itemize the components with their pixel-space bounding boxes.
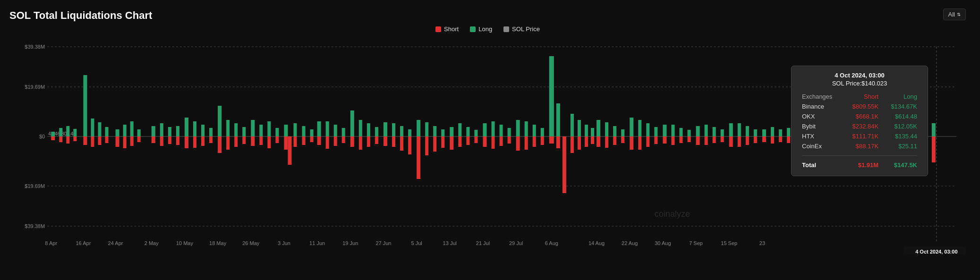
svg-rect-67 <box>98 122 101 136</box>
short-value: $668.1K <box>843 111 881 121</box>
exchange-name: Binance <box>799 102 843 111</box>
price-dot <box>503 26 509 32</box>
svg-rect-171 <box>680 128 683 136</box>
svg-rect-163 <box>638 120 641 136</box>
svg-rect-105 <box>310 129 314 136</box>
svg-rect-118 <box>375 136 378 144</box>
svg-rect-81 <box>176 126 179 136</box>
svg-rect-23 <box>251 120 255 136</box>
svg-rect-32 <box>383 122 387 136</box>
svg-text:10 May: 10 May <box>176 240 194 246</box>
svg-rect-53 <box>696 126 700 136</box>
svg-rect-117 <box>375 127 378 136</box>
svg-rect-187 <box>771 127 774 136</box>
svg-rect-48 <box>597 136 600 147</box>
svg-rect-126 <box>425 136 428 155</box>
svg-rect-85 <box>201 125 205 136</box>
svg-rect-47 <box>597 120 600 136</box>
svg-rect-63 <box>73 129 77 136</box>
svg-text:4 Oct 2024, 03:00: 4 Oct 2024, 03:00 <box>915 249 957 255</box>
svg-rect-51 <box>663 125 666 136</box>
svg-rect-36 <box>450 127 453 136</box>
long-value: $134.67K <box>881 102 920 111</box>
svg-rect-57 <box>762 129 766 136</box>
svg-rect-89 <box>226 120 230 136</box>
svg-rect-18 <box>152 136 155 143</box>
svg-rect-141 <box>508 128 511 136</box>
svg-text:15 Sep: 15 Sep <box>721 240 737 246</box>
long-value: $614.48 <box>881 111 920 121</box>
svg-text:8 Apr: 8 Apr <box>45 240 57 246</box>
svg-text:$0: $0 <box>39 134 45 139</box>
legend-short: Short <box>435 25 459 33</box>
col-short: Short <box>843 92 881 102</box>
svg-rect-74 <box>130 136 134 146</box>
svg-rect-58 <box>762 136 766 142</box>
svg-rect-25 <box>284 125 288 136</box>
col-long: Long <box>881 92 920 102</box>
tooltip-row: Binance $809.55K $134.67K <box>799 102 920 111</box>
svg-rect-62 <box>66 136 69 144</box>
svg-text:11 Jun: 11 Jun <box>309 240 325 246</box>
tooltip-table: Exchanges Short Long Binance $809.55K $1… <box>799 92 920 170</box>
svg-text:2 May: 2 May <box>145 240 159 246</box>
svg-text:14 Aug: 14 Aug <box>588 240 605 246</box>
svg-rect-95 <box>259 125 263 136</box>
svg-rect-116 <box>367 136 370 147</box>
svg-rect-94 <box>242 136 246 144</box>
svg-text:7 Sep: 7 Sep <box>689 240 703 246</box>
svg-rect-156 <box>591 136 594 144</box>
timeframe-selector[interactable]: All ⇅ <box>943 8 966 20</box>
svg-rect-106 <box>310 136 314 142</box>
svg-rect-167 <box>654 127 657 136</box>
legend-price-label: SOL Price <box>512 25 540 33</box>
total-long: $147.5K <box>881 160 920 170</box>
svg-rect-46 <box>562 136 566 193</box>
svg-rect-52 <box>663 136 666 144</box>
svg-rect-189 <box>779 129 782 136</box>
svg-rect-160 <box>613 136 616 145</box>
svg-rect-93 <box>242 127 246 136</box>
long-value: $25.11 <box>881 141 920 151</box>
svg-rect-149 <box>571 114 574 136</box>
svg-rect-96 <box>259 136 263 145</box>
svg-rect-132 <box>458 136 461 147</box>
legend-long-label: Long <box>478 25 492 33</box>
svg-rect-76 <box>137 136 141 142</box>
svg-rect-136 <box>474 136 477 143</box>
svg-text:18 May: 18 May <box>209 240 227 246</box>
svg-rect-140 <box>500 136 503 146</box>
svg-rect-154 <box>585 136 588 147</box>
svg-rect-179 <box>721 129 724 136</box>
svg-rect-17 <box>152 126 155 136</box>
svg-rect-131 <box>458 123 461 136</box>
chart-legend: Short Long SOL Price <box>9 25 966 33</box>
svg-rect-87 <box>209 128 213 136</box>
svg-rect-86 <box>201 136 205 146</box>
chevron-icon: ⇅ <box>957 12 961 17</box>
tooltip-row: OKX $668.1K $614.48 <box>799 111 920 121</box>
svg-text:$39.38M: $39.38M <box>25 44 45 50</box>
svg-rect-72 <box>123 136 127 148</box>
svg-rect-97 <box>267 121 271 136</box>
legend-short-label: Short <box>444 25 459 33</box>
svg-rect-150 <box>571 136 574 153</box>
svg-rect-92 <box>234 136 238 147</box>
svg-rect-168 <box>654 136 657 144</box>
svg-text:21 Jul: 21 Jul <box>476 240 490 246</box>
svg-rect-162 <box>621 136 624 143</box>
svg-rect-176 <box>705 136 708 145</box>
tooltip-total: Total $1.91M $147.5K <box>799 160 920 170</box>
svg-rect-135 <box>474 130 477 136</box>
svg-rect-181 <box>738 123 741 136</box>
svg-rect-161 <box>621 129 624 136</box>
svg-rect-11 <box>51 132 55 136</box>
svg-rect-88 <box>209 136 213 143</box>
long-value: $12.05K <box>881 121 920 131</box>
svg-rect-55 <box>729 123 733 136</box>
svg-rect-42 <box>549 56 554 136</box>
tooltip-row: Bybit $232.84K $12.05K <box>799 121 920 131</box>
svg-rect-78 <box>160 136 163 146</box>
svg-rect-153 <box>585 125 588 136</box>
svg-rect-22 <box>218 136 222 153</box>
